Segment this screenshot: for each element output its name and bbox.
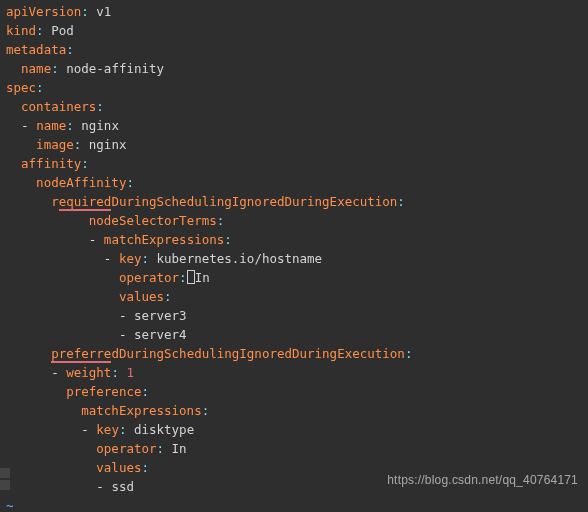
end-tilde: ~ [6, 498, 14, 512]
key-operator2: operator [96, 441, 156, 456]
key-metadata: metadata [6, 42, 66, 57]
val-apiversion: v1 [96, 4, 111, 19]
key-preferred: preferredDuringSchedulingIgnoredDuringEx… [51, 346, 405, 363]
val-operator2: In [172, 441, 187, 456]
val-weight: 1 [126, 365, 134, 380]
key-nodeselectorterms: nodeSelectorTerms [89, 213, 217, 228]
val-ssd: ssd [111, 479, 134, 494]
key-matchexpr2: matchExpressions [81, 403, 201, 418]
val-server3: server3 [134, 308, 187, 323]
val-operator1: In [195, 270, 210, 285]
scrollbar-gutter[interactable] [0, 468, 10, 492]
val-key1: kubernetes.io/hostname [157, 251, 323, 266]
key-cname: name [36, 118, 66, 133]
key-spec: spec [6, 80, 36, 95]
key-key2: key [96, 422, 119, 437]
key-values2: values [96, 460, 141, 475]
key-required: requiredDuringSchedulingIgnoredDuringExe… [51, 194, 397, 211]
val-cimage: nginx [89, 137, 127, 152]
key-containers: containers [21, 99, 96, 114]
key-nodeaffinity: nodeAffinity [36, 175, 126, 190]
text-cursor [187, 270, 195, 284]
key-key1: key [119, 251, 142, 266]
key-affinity: affinity [21, 156, 81, 171]
yaml-code: apiVersion: v1 kind: Pod metadata: name:… [6, 2, 588, 512]
val-name: node-affinity [66, 61, 164, 76]
key-matchexpr: matchExpressions [104, 232, 224, 247]
key-cimage: image [36, 137, 74, 152]
key-apiversion: apiVersion [6, 4, 81, 19]
val-cname: nginx [81, 118, 119, 133]
key-values1: values [119, 289, 164, 304]
watermark: https://blog.csdn.net/qq_40764171 [387, 471, 578, 490]
key-kind: kind [6, 23, 36, 38]
key-preference: preference [66, 384, 141, 399]
val-kind: Pod [51, 23, 74, 38]
key-weight: weight [66, 365, 111, 380]
val-key2: disktype [134, 422, 194, 437]
val-server4: server4 [134, 327, 187, 342]
key-operator1: operator [119, 270, 179, 285]
code-editor[interactable]: apiVersion: v1 kind: Pod metadata: name:… [0, 0, 588, 512]
key-name: name [21, 61, 51, 76]
